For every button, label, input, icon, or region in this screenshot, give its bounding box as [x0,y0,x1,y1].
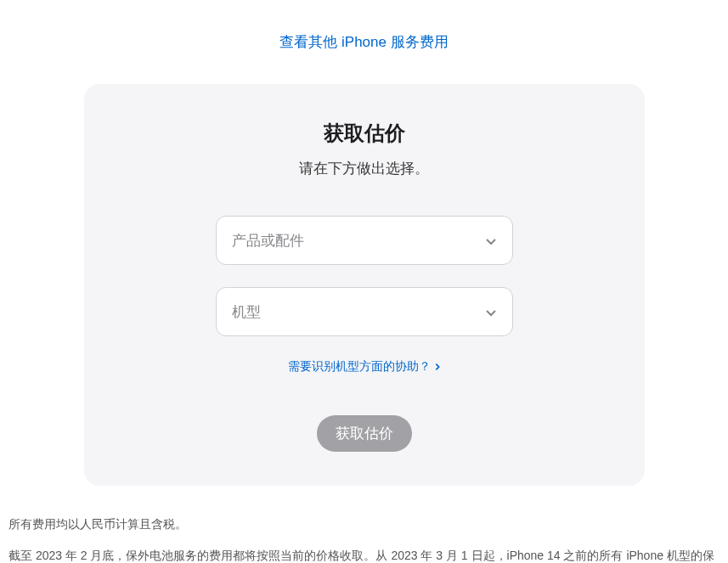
chevron-down-icon [485,234,497,246]
model-select-placeholder: 机型 [232,302,261,322]
model-select[interactable]: 机型 [216,287,513,336]
footer-line-2: 截至 2023 年 2 月底，保外电池服务的费用都将按照当前的价格收取。从 20… [8,543,720,563]
chevron-right-icon [434,363,441,371]
chevron-down-icon [485,306,497,318]
help-link-label: 需要识别机型方面的协助？ [288,359,431,374]
product-select-wrap: 产品或配件 [216,216,513,265]
view-other-services-link[interactable]: 查看其他 iPhone 服务费用 [279,34,448,50]
card-title: 获取估价 [118,120,611,147]
footer-line-1: 所有费用均以人民币计算且含税。 [8,511,720,538]
model-select-wrap: 机型 [216,287,513,336]
get-estimate-button[interactable]: 获取估价 [317,415,412,452]
card-subtitle: 请在下方做出选择。 [118,159,611,178]
top-link-container: 查看其他 iPhone 服务费用 [0,32,728,52]
estimate-card: 获取估价 请在下方做出选择。 产品或配件 机型 需要识别机型方面的协助？ [84,84,645,486]
identify-model-help-link[interactable]: 需要识别机型方面的协助？ [288,359,441,374]
product-select-placeholder: 产品或配件 [232,231,304,251]
product-select[interactable]: 产品或配件 [216,216,513,265]
footer-text: 所有费用均以人民币计算且含税。 截至 2023 年 2 月底，保外电池服务的费用… [0,486,728,563]
footer-line-2-part1: 截至 2023 年 2 月底，保外电池服务的费用都将按照当前的价格收取。从 20… [8,549,714,563]
